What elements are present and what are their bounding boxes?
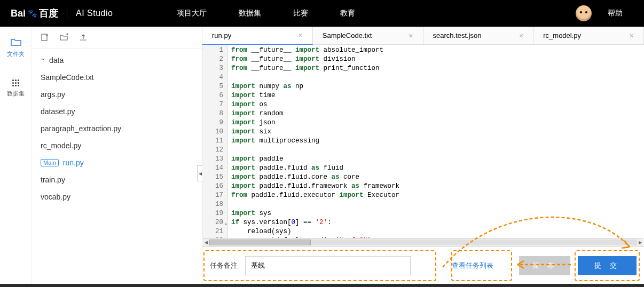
chevron-down-icon: ⌃ (41, 58, 45, 63)
file-explorer: ⌃data SampleCode.txt args.py dataset.py … (32, 27, 202, 284)
left-icon-rail: 文件夹 数据集 (0, 27, 32, 284)
tab-run-py[interactable]: run.py× (202, 27, 313, 45)
page-footer: 友情链接： PaddlePaddle训练营| PaddlePaddle官网| P… (0, 284, 644, 287)
line-gutter: 123456789101112131415161718192021222324 (202, 45, 228, 238)
tree-file-main[interactable]: Mainrun.py (32, 154, 202, 171)
close-icon[interactable]: × (519, 31, 523, 40)
scroll-left-arrow[interactable]: ◀ (203, 238, 209, 246)
new-folder-icon[interactable] (60, 33, 68, 42)
nav-education[interactable]: 教育 (340, 9, 355, 18)
scroll-thumb[interactable] (209, 240, 311, 245)
help-link[interactable]: 帮助 (608, 9, 623, 18)
logo-area[interactable]: Bai🐾百度 AI Studio (0, 7, 113, 20)
horizontal-scrollbar[interactable]: ◀ ▶ (203, 238, 643, 246)
close-icon[interactable]: × (409, 31, 413, 40)
task-note-input[interactable] (245, 256, 411, 275)
upload-icon[interactable] (79, 33, 88, 42)
view-tasks-link[interactable]: 查看任务列表 (452, 261, 493, 270)
rail-datasets-label: 数据集 (7, 90, 25, 98)
grid-icon (12, 79, 19, 86)
main-tag: Main (41, 159, 59, 166)
tree-file[interactable]: rc_model.py (32, 137, 202, 154)
new-file-icon[interactable] (41, 33, 49, 42)
editor-panel: ◀ run.py× SampleCode.txt× search.test.js… (202, 27, 644, 284)
task-footer: 任务备注 查看任务列表 保 存 提 交 (202, 246, 644, 284)
folder-icon (11, 37, 21, 47)
close-icon[interactable]: × (630, 31, 634, 40)
nav-projects[interactable]: 项目大厅 (177, 9, 207, 18)
tree-file[interactable]: vocab.py (32, 188, 202, 205)
code-editor[interactable]: 123456789101112131415161718192021222324 … (202, 45, 644, 238)
rail-datasets[interactable]: 数据集 (7, 79, 25, 98)
tab-samplecode[interactable]: SampleCode.txt× (313, 27, 423, 44)
tree-file[interactable]: train.py (32, 171, 202, 188)
rail-files-label: 文件夹 (7, 50, 25, 58)
tree-file[interactable]: SampleCode.txt (32, 69, 202, 86)
code-content[interactable]: from __future__ import absolute_importfr… (228, 45, 644, 238)
task-note-label: 任务备注 (210, 261, 238, 270)
tree-file[interactable]: args.py (32, 86, 202, 103)
tree-folder-data[interactable]: ⌃data (32, 52, 202, 69)
rail-files[interactable]: 文件夹 (7, 37, 25, 58)
nav-contests[interactable]: 比赛 (293, 9, 308, 18)
brand-text: AI Studio (76, 9, 113, 18)
close-icon[interactable]: × (299, 31, 303, 39)
scroll-right-arrow[interactable]: ▶ (637, 238, 643, 246)
file-toolbar (32, 27, 202, 49)
save-button[interactable]: 保 存 (519, 256, 570, 275)
file-tree: ⌃data SampleCode.txt args.py dataset.py … (32, 49, 202, 209)
tab-search-json[interactable]: search.test.json× (423, 27, 534, 44)
top-navbar: Bai🐾百度 AI Studio 项目大厅 数据集 比赛 教育 帮助 (0, 0, 644, 27)
tree-file[interactable]: dataset.py (32, 103, 202, 120)
collapse-handle[interactable]: ◀ (197, 165, 202, 181)
primary-nav: 项目大厅 数据集 比赛 教育 (177, 9, 355, 18)
nav-datasets[interactable]: 数据集 (239, 9, 261, 18)
tree-file[interactable]: paragraph_extraction.py (32, 120, 202, 137)
submit-button[interactable]: 提 交 (578, 256, 637, 275)
editor-tabs: run.py× SampleCode.txt× search.test.json… (202, 27, 644, 45)
tab-rc-model[interactable]: rc_model.py× (533, 27, 644, 44)
user-avatar[interactable] (576, 5, 592, 21)
